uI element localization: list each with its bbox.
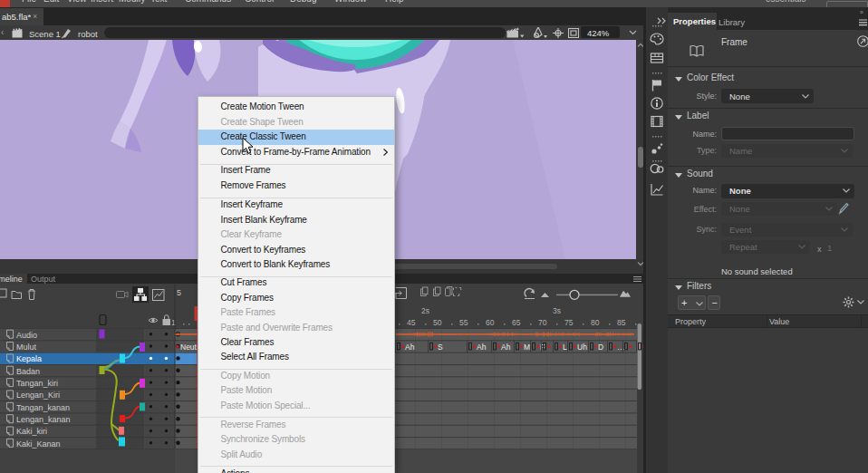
svg-text:85: 85 xyxy=(617,318,626,327)
svg-text:Lengan_Kiri: Lengan_Kiri xyxy=(16,391,60,400)
svg-text:Tangan_kanan: Tangan_kanan xyxy=(16,403,70,412)
svg-text:Output: Output xyxy=(31,275,56,284)
svg-text:Kaki_kiri: Kaki_kiri xyxy=(16,427,47,436)
svg-text:Kepala: Kepala xyxy=(16,354,42,363)
svg-text:Lengan_kanan: Lengan_kanan xyxy=(16,415,71,424)
svg-text:Audio: Audio xyxy=(16,331,37,340)
svg-text:Kaki_Kanan: Kaki_Kanan xyxy=(16,439,61,449)
svg-text:3s: 3s xyxy=(553,306,561,315)
svg-text:60: 60 xyxy=(486,318,495,327)
svg-text:45: 45 xyxy=(407,318,416,327)
svg-text:50: 50 xyxy=(433,318,442,327)
svg-text:Badan: Badan xyxy=(16,367,40,376)
svg-text:D: D xyxy=(598,343,603,352)
svg-text:Mulut: Mulut xyxy=(16,343,37,352)
svg-text:Ah: Ah xyxy=(477,343,487,352)
svg-text:Timeline: Timeline xyxy=(0,275,23,284)
svg-text:75: 75 xyxy=(564,318,574,327)
svg-text:L: L xyxy=(563,343,567,352)
svg-text:Ah: Ah xyxy=(405,343,415,352)
svg-text:Uh: Uh xyxy=(577,343,587,352)
svg-text:2s: 2s xyxy=(421,306,429,315)
svg-text:…: … xyxy=(617,343,625,352)
svg-text:80: 80 xyxy=(591,318,600,327)
svg-text:M: M xyxy=(524,343,530,352)
svg-text:55: 55 xyxy=(459,318,468,327)
svg-text:Ah: Ah xyxy=(501,343,511,352)
svg-text:F: F xyxy=(540,343,545,352)
svg-text:70: 70 xyxy=(538,318,547,327)
svg-text:Tangan_kiri: Tangan_kiri xyxy=(16,379,58,388)
svg-text:5: 5 xyxy=(177,288,181,297)
svg-text:S: S xyxy=(438,343,443,352)
svg-text:65: 65 xyxy=(512,318,521,327)
